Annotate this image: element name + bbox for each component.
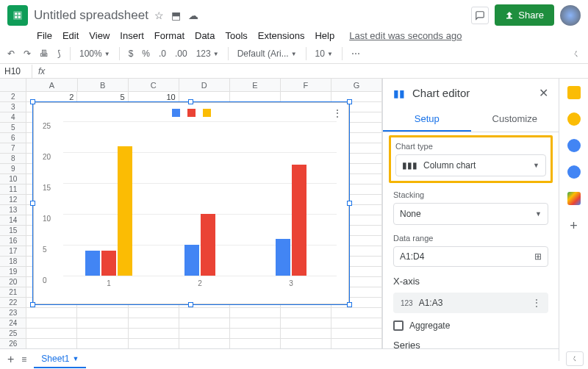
sheet-tabs-bar: + ≡ Sheet1 ▼ xyxy=(0,348,559,369)
svg-rect-3 xyxy=(15,15,17,18)
currency-button[interactable]: $ xyxy=(129,49,134,59)
explore-button[interactable]: ㄑ xyxy=(566,351,584,366)
menu-format[interactable]: Format xyxy=(154,30,184,41)
fx-icon: fx xyxy=(32,66,51,76)
menu-tools[interactable]: Tools xyxy=(225,30,247,41)
increase-decimal-button[interactable]: .00 xyxy=(175,49,187,59)
add-sheet-button[interactable]: + xyxy=(7,353,14,366)
chart-type-highlight: Chart type ▮▮▮ Column chart ▼ xyxy=(389,135,553,183)
aggregate-checkbox-row[interactable]: Aggregate xyxy=(393,318,548,334)
data-range-label: Data range xyxy=(393,234,548,243)
col-header[interactable]: C xyxy=(129,79,179,91)
spreadsheet-area[interactable]: A B C D E F G 22510336184567891011121314… xyxy=(0,79,382,361)
aggregate-label: Aggregate xyxy=(409,320,450,331)
maps-icon[interactable] xyxy=(567,192,581,205)
menu-help[interactable]: Help xyxy=(315,30,334,41)
share-label: Share xyxy=(518,10,544,21)
stacking-label: Stacking xyxy=(393,190,548,199)
close-editor-button[interactable]: ✕ xyxy=(539,86,548,100)
data-range-input[interactable]: A1:D4 ⊞ xyxy=(393,246,548,267)
chart-type-label: Chart type xyxy=(395,142,546,151)
font-size-select[interactable]: 10▼ xyxy=(315,49,333,59)
menu-insert[interactable]: Insert xyxy=(120,30,144,41)
formula-bar: H10 fx xyxy=(0,64,588,79)
col-header[interactable]: B xyxy=(78,79,129,91)
col-header[interactable]: E xyxy=(230,79,281,91)
svg-rect-2 xyxy=(18,12,21,15)
svg-rect-4 xyxy=(18,15,21,18)
grid-select-icon[interactable]: ⊞ xyxy=(534,251,542,262)
number-icon: 123 xyxy=(401,299,413,307)
zoom-select[interactable]: 100%▼ xyxy=(79,49,110,59)
cloud-icon[interactable]: ☁ xyxy=(188,10,198,21)
sheet-tab[interactable]: Sheet1 ▼ xyxy=(34,351,86,368)
document-title[interactable]: Untitled spreadsheet xyxy=(34,8,148,23)
calendar-icon[interactable] xyxy=(567,86,581,99)
chart-editor-panel: ▮▮ Chart editor ✕ Setup Customize Chart … xyxy=(382,79,559,361)
percent-button[interactable]: % xyxy=(142,49,150,59)
number-format-select[interactable]: 123▼ xyxy=(196,49,219,59)
add-addon-button[interactable]: + xyxy=(570,218,578,234)
xaxis-heading: X-axis xyxy=(393,276,548,287)
account-avatar[interactable] xyxy=(560,5,581,26)
menu-extensions[interactable]: Extensions xyxy=(258,30,305,41)
chip-options-button[interactable]: ⋮ xyxy=(532,298,541,308)
xaxis-chip[interactable]: 123 A1:A3 ⋮ xyxy=(393,293,548,313)
undo-button[interactable]: ↶ xyxy=(7,49,15,59)
svg-rect-1 xyxy=(15,12,17,15)
svg-rect-5 xyxy=(506,18,512,19)
font-select[interactable]: Default (Ari...▼ xyxy=(237,49,297,59)
chart-editor-icon: ▮▮ xyxy=(393,87,405,99)
keep-icon[interactable] xyxy=(567,112,581,126)
print-button[interactable]: 🖶 xyxy=(40,49,49,59)
column-chart-icon: ▮▮▮ xyxy=(402,160,417,171)
sheets-logo[interactable] xyxy=(7,5,28,26)
more-tools-button[interactable]: ⋯ xyxy=(351,49,360,59)
col-header[interactable]: G xyxy=(331,79,382,91)
last-edit-info[interactable]: Last edit was seconds ago xyxy=(349,30,462,41)
chart-legend xyxy=(34,103,348,117)
embedded-chart[interactable]: ⋮ 0510152025123 xyxy=(33,102,349,304)
col-header[interactable]: F xyxy=(281,79,331,91)
stacking-select[interactable]: None ▼ xyxy=(393,203,548,225)
col-header[interactable]: A xyxy=(26,79,77,91)
menu-view[interactable]: View xyxy=(89,30,110,41)
share-button[interactable]: Share xyxy=(495,4,554,26)
menu-data[interactable]: Data xyxy=(195,30,215,41)
name-box[interactable]: H10 xyxy=(0,65,32,78)
svg-rect-0 xyxy=(13,11,22,20)
redo-button[interactable]: ↷ xyxy=(24,49,31,59)
chevron-down-icon: ▼ xyxy=(535,210,542,218)
star-icon[interactable]: ☆ xyxy=(154,10,164,21)
chart-type-select[interactable]: ▮▮▮ Column chart ▼ xyxy=(395,154,546,176)
tasks-icon[interactable] xyxy=(567,139,581,152)
decrease-decimal-button[interactable]: .0 xyxy=(159,49,166,59)
col-header[interactable]: D xyxy=(179,79,230,91)
aggregate-checkbox[interactable] xyxy=(393,320,404,331)
all-sheets-button[interactable]: ≡ xyxy=(21,354,26,365)
menu-bar: File Edit View Insert Format Data Tools … xyxy=(0,30,588,44)
chevron-down-icon: ▼ xyxy=(72,355,79,362)
chart-editor-title: Chart editor xyxy=(412,87,531,99)
paint-format-button[interactable]: ⟆ xyxy=(57,49,61,59)
toolbar-collapse-button[interactable]: ㄑ xyxy=(572,48,581,60)
customize-tab[interactable]: Customize xyxy=(471,107,559,132)
comments-button[interactable] xyxy=(471,7,489,24)
menu-file[interactable]: File xyxy=(37,30,52,41)
move-icon[interactable]: ⬒ xyxy=(171,10,181,21)
chart-options-button[interactable]: ⋮ xyxy=(332,107,343,119)
side-panel: + xyxy=(559,79,588,361)
setup-tab[interactable]: Setup xyxy=(383,107,471,132)
menu-edit[interactable]: Edit xyxy=(62,30,79,41)
toolbar: ↶ ↷ 🖶 ⟆ 100%▼ $ % .0 .00 123▼ Default (A… xyxy=(0,44,588,64)
contacts-icon[interactable] xyxy=(567,165,581,179)
chevron-down-icon: ▼ xyxy=(533,162,539,169)
title-bar: Untitled spreadsheet ☆ ⬒ ☁ Share xyxy=(0,0,588,30)
